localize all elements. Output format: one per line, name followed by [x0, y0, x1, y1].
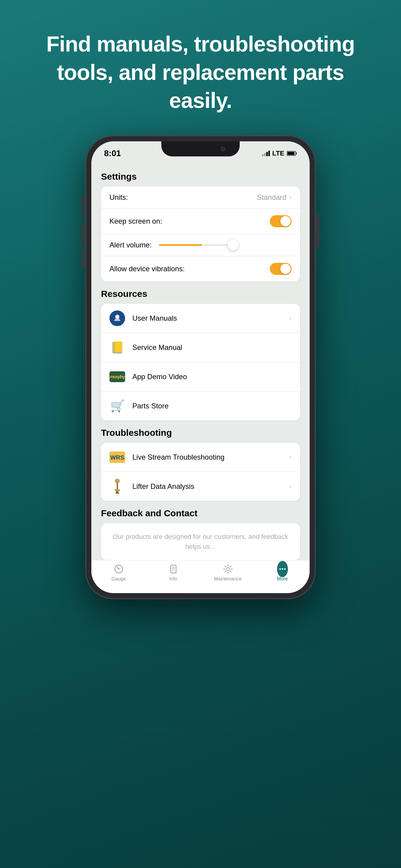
lte-label: LTE — [272, 150, 284, 157]
nav-maintenance[interactable]: Maintenance — [201, 564, 255, 582]
phone-wrapper: 8:01 LTE — [86, 136, 315, 598]
status-time: 8:01 — [104, 149, 121, 158]
svg-point-18 — [226, 567, 229, 570]
lifter-data-chevron: › — [289, 483, 291, 490]
alert-volume-row[interactable]: Alert volume: — [101, 234, 300, 256]
units-label: Units: — [110, 193, 128, 202]
info-label: Info — [169, 576, 177, 582]
hero-section: Find manuals, troubleshooting tools, and… — [0, 0, 401, 136]
maintenance-label: Maintenance — [214, 576, 242, 582]
svg-point-19 — [279, 568, 281, 570]
slider-fill — [159, 244, 202, 246]
slider-thumb[interactable] — [228, 240, 239, 250]
toggle-thumb — [280, 216, 291, 226]
alert-volume-label: Alert volume: — [110, 241, 152, 249]
keep-screen-row[interactable]: Keep screen on: — [101, 209, 300, 234]
battery-icon — [287, 151, 297, 156]
vibrations-toggle-thumb — [280, 264, 291, 274]
vibrations-row[interactable]: Allow device vibrations: — [101, 256, 300, 281]
service-manual-row[interactable]: 📒 Service Manual — [101, 333, 300, 362]
settings-title: Settings — [101, 172, 300, 182]
keep-screen-label: Keep screen on: — [110, 217, 162, 225]
slider-track[interactable] — [159, 244, 237, 246]
live-stream-icon: WRS — [110, 450, 125, 465]
service-manual-icon: 📒 — [110, 340, 125, 355]
settings-card: Units: Standard › Keep screen on: — [101, 187, 300, 281]
app-demo-row[interactable]: murphy App Demo Video — [101, 362, 300, 392]
svg-rect-14 — [171, 565, 176, 573]
user-manuals-chevron: › — [289, 314, 291, 322]
units-row[interactable]: Units: Standard › — [101, 187, 300, 209]
svg-text:WRS: WRS — [110, 454, 125, 461]
resources-card: User Manuals › 📒 Service Manual — [101, 304, 300, 421]
nav-gauge[interactable]: Gauge — [91, 564, 146, 582]
svg-line-13 — [117, 567, 119, 568]
user-manuals-icon — [110, 310, 125, 326]
resources-title: Resources — [101, 289, 300, 299]
notch-camera — [221, 147, 225, 151]
info-icon[interactable] — [168, 564, 179, 575]
svg-rect-10 — [116, 493, 119, 494]
more-icon[interactable] — [277, 564, 288, 575]
alert-volume-slider[interactable] — [159, 244, 291, 246]
svg-rect-7 — [117, 483, 118, 490]
phone-frame: 8:01 LTE — [86, 136, 315, 598]
bottom-nav: Gauge Info — [91, 560, 310, 593]
feedback-text: Our products are designed for our custom… — [101, 523, 300, 560]
user-manuals-row[interactable]: User Manuals › — [101, 304, 300, 333]
svg-point-6 — [115, 478, 120, 484]
units-chevron: › — [289, 193, 291, 201]
svg-point-20 — [282, 568, 283, 570]
phone-screen: 8:01 LTE — [91, 141, 310, 593]
status-icons: LTE — [262, 150, 297, 157]
app-demo-label: App Demo Video — [132, 373, 291, 381]
app-demo-icon: murphy — [110, 369, 125, 384]
lifter-data-row[interactable]: Lifter Data Analysis › — [101, 472, 300, 501]
parts-store-icon: 🛒 — [110, 398, 125, 414]
units-value[interactable]: Standard › — [257, 193, 291, 202]
feedback-title: Feedback and Contact — [101, 508, 300, 518]
screen-content: Settings Units: Standard › Keep screen o… — [91, 159, 310, 560]
more-label: More — [277, 576, 288, 582]
parts-store-label: Parts Store — [132, 402, 291, 410]
troubleshooting-title: Troubleshooting — [101, 428, 300, 438]
troubleshooting-card: WRS Live Stream Troubleshooting › — [101, 443, 300, 501]
live-stream-row[interactable]: WRS Live Stream Troubleshooting › — [101, 443, 300, 472]
units-value-text: Standard — [257, 193, 286, 202]
notch — [161, 141, 240, 156]
nav-info[interactable]: Info — [146, 564, 201, 582]
keep-screen-toggle[interactable] — [270, 215, 291, 227]
parts-store-row[interactable]: 🛒 Parts Store — [101, 392, 300, 421]
nav-more[interactable]: More — [255, 564, 310, 582]
lifter-data-icon — [110, 478, 125, 494]
vibrations-toggle[interactable] — [270, 263, 291, 275]
gauge-label: Gauge — [111, 576, 126, 582]
svg-rect-2 — [287, 152, 295, 155]
svg-rect-1 — [296, 153, 297, 154]
maintenance-icon[interactable] — [222, 564, 234, 575]
service-manual-label: Service Manual — [132, 343, 291, 352]
svg-point-21 — [284, 568, 285, 570]
gauge-icon[interactable] — [113, 564, 124, 575]
signal-icon — [262, 151, 270, 156]
live-stream-chevron: › — [289, 453, 291, 461]
notch-speaker — [176, 148, 206, 150]
vibrations-label: Allow device vibrations: — [110, 265, 185, 273]
lifter-data-label: Lifter Data Analysis — [132, 482, 289, 491]
hero-text: Find manuals, troubleshooting tools, and… — [42, 30, 359, 115]
live-stream-label: Live Stream Troubleshooting — [132, 453, 289, 461]
svg-point-3 — [115, 315, 119, 319]
feedback-card: Our products are designed for our custom… — [101, 523, 300, 560]
user-manuals-label: User Manuals — [132, 314, 289, 322]
